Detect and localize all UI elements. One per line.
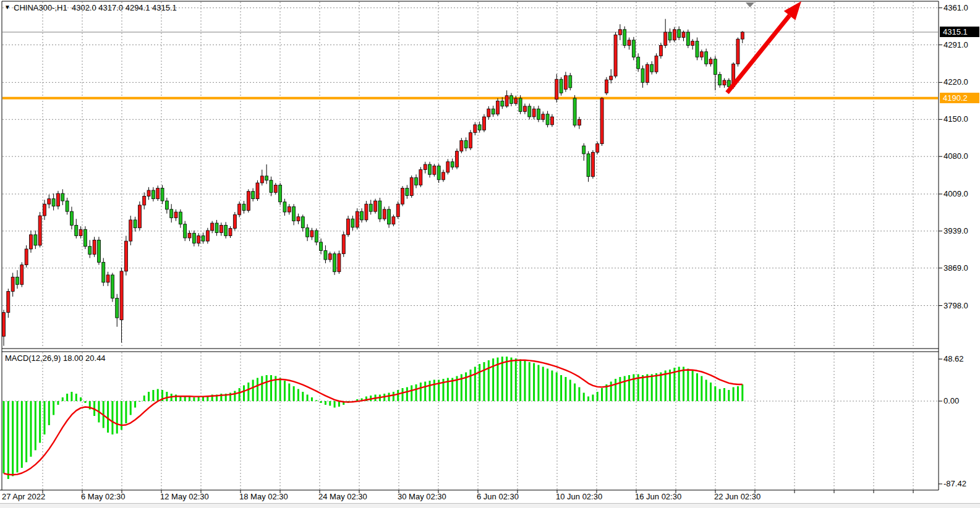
time-tick-label: 10 Jun 02:30 — [556, 492, 602, 502]
time-tick-label: 18 May 02:30 — [239, 492, 288, 502]
symbol-dropdown-icon[interactable]: ▼ — [4, 2, 11, 12]
chart-title: CHINA300-,H1 4302.0 4317.0 4294.1 4315.1 — [14, 3, 177, 13]
price-tick-label: 3939.0 — [944, 226, 968, 236]
macd-tick-label: 0.00 — [944, 396, 959, 406]
price-tick-label: 4009.0 — [944, 189, 968, 199]
chart-shift-marker-icon[interactable] — [746, 2, 754, 7]
price-tick-label: 3869.0 — [944, 263, 968, 273]
macd-tick-label: -87.42 — [944, 479, 966, 489]
time-tick-label: 22 Jun 02:30 — [714, 492, 761, 502]
grid — [2, 2, 938, 489]
price-tick-label: 4150.0 — [944, 114, 968, 124]
time-tick-label: 6 Jun 02:30 — [477, 492, 519, 502]
ohlc-values: 4302.0 4317.0 4294.1 4315.1 — [72, 3, 177, 12]
symbol-name: CHINA300-,H1 — [14, 3, 67, 12]
macd-histogram — [3, 357, 744, 479]
price-tick-label: 4220.0 — [944, 77, 968, 87]
chart-canvas[interactable] — [0, 0, 980, 508]
window-bottom-edge — [0, 503, 980, 508]
pane-borders — [0, 1, 939, 490]
price-tick-label: 4361.0 — [944, 3, 968, 13]
time-tick-label: 12 May 02:30 — [160, 492, 209, 502]
current-price-label: 4315.1 — [940, 27, 979, 37]
time-tick-label: 16 Jun 02:30 — [635, 492, 681, 502]
time-tick-label: 30 May 02:30 — [398, 492, 446, 502]
price-tick-label: 3798.0 — [944, 301, 968, 311]
candlestick-series — [2, 19, 744, 346]
macd-signal-line — [4, 360, 743, 475]
macd-tick-label: 48.62 — [944, 354, 964, 364]
time-tick-label: 24 May 02:30 — [318, 492, 367, 502]
hline-price-label: 4190.2 — [940, 93, 979, 103]
axis-ticks — [43, 8, 942, 493]
macd-indicator-label: MACD(12,26,9) 18.00 20.44 — [5, 353, 106, 363]
price-tick-label: 4080.0 — [944, 151, 968, 161]
time-tick-label: 6 May 02:30 — [81, 492, 126, 502]
chart-window: ▼ CHINA300-,H1 4302.0 4317.0 4294.1 4315… — [0, 0, 980, 508]
time-tick-label: 27 Apr 2022 — [2, 492, 45, 502]
price-tick-label: 4291.0 — [944, 40, 968, 50]
